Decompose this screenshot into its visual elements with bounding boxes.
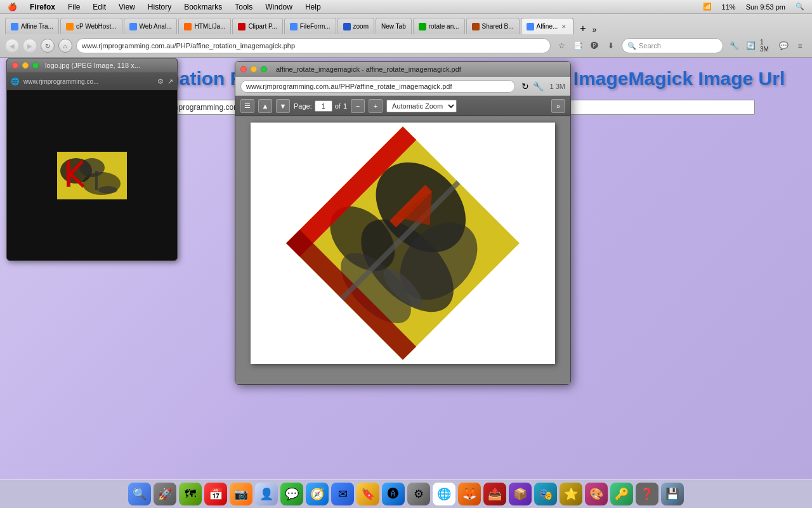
dock-icon-safari[interactable]: 🧭 bbox=[306, 483, 329, 505]
page-label: Page: bbox=[294, 102, 312, 110]
tab-webhost[interactable]: cP WebHost... bbox=[60, 18, 122, 34]
pdf-maximize-btn[interactable] bbox=[261, 66, 267, 72]
tab-favicon bbox=[472, 23, 480, 30]
view-menu[interactable]: View bbox=[116, 1, 138, 13]
pdf-titlebar: affine_rotate_imagemagick - affine_rotat… bbox=[235, 62, 570, 77]
dock-icon-misc4[interactable]: 🎨 bbox=[585, 483, 608, 505]
search-bar[interactable]: 🔍 Search bbox=[622, 38, 723, 53]
search-icon: 🔍 bbox=[627, 42, 636, 50]
dock-icon-misc1[interactable]: 📦 bbox=[509, 483, 532, 505]
dock-icon-settings[interactable]: ⚙ bbox=[407, 483, 430, 505]
tab-clipart[interactable]: Clipart P... bbox=[232, 18, 282, 34]
edit-menu[interactable]: Edit bbox=[90, 1, 108, 13]
pocket-icon[interactable]: 🅟 bbox=[587, 39, 601, 53]
dock-icon-appstore[interactable]: 🅐 bbox=[382, 483, 405, 505]
close-traffic-light[interactable] bbox=[12, 62, 18, 69]
dock-icon-messages[interactable]: 💬 bbox=[280, 483, 303, 505]
dock-icon-launchpad[interactable]: 🚀 bbox=[154, 483, 176, 505]
pdf-zoom-in-btn[interactable]: + bbox=[369, 99, 383, 113]
page-number-input[interactable] bbox=[315, 100, 332, 112]
pdf-zoom-out-btn[interactable]: − bbox=[351, 99, 365, 113]
tab-label: Clipart P... bbox=[248, 23, 277, 30]
tools-menu[interactable]: Tools bbox=[232, 1, 255, 13]
download-icon[interactable]: ⬇ bbox=[604, 39, 618, 53]
tab-label: Shared B... bbox=[482, 23, 514, 30]
pdf-toolbar-toggle[interactable]: 🔧 bbox=[533, 81, 544, 91]
tab-favicon bbox=[238, 23, 246, 30]
tab-close-btn[interactable]: ✕ bbox=[560, 23, 568, 30]
maximize-traffic-light[interactable] bbox=[32, 62, 39, 69]
tab-fileform[interactable]: FileForm... bbox=[284, 18, 336, 34]
dock-icon-mail[interactable]: ✉ bbox=[331, 483, 354, 505]
pdf-zoom-select[interactable]: Automatic Zoom bbox=[386, 100, 457, 112]
home-btn[interactable]: ⌂ bbox=[58, 39, 72, 53]
dock-icon-chrome[interactable]: 🌐 bbox=[433, 483, 455, 505]
pdf-next-btn[interactable]: ▼ bbox=[276, 99, 290, 113]
tab-html[interactable]: HTML/Ja... bbox=[178, 18, 231, 34]
dock-icon-firefox[interactable]: 🦊 bbox=[458, 483, 481, 505]
tab-label: Affine... bbox=[537, 23, 558, 30]
dock-icon-maps[interactable]: 🗺 bbox=[179, 483, 202, 505]
dock-icon-misc3[interactable]: ⭐ bbox=[560, 483, 582, 505]
pdf-more-btn[interactable]: » bbox=[551, 99, 565, 113]
dock-icon-filezilla[interactable]: 📤 bbox=[483, 483, 506, 505]
menu-icon[interactable]: ≡ bbox=[793, 39, 807, 53]
dock-icon-misc2[interactable]: 🎭 bbox=[534, 483, 557, 505]
firefox-menu[interactable]: Firefox bbox=[27, 1, 58, 13]
history-menu[interactable]: History bbox=[145, 1, 174, 13]
toolbar-btn-2[interactable]: ↗ bbox=[167, 77, 173, 86]
new-tab-btn[interactable]: + bbox=[577, 23, 588, 34]
pdf-minimize-btn[interactable] bbox=[251, 66, 257, 72]
tab-list-btn[interactable]: » bbox=[590, 25, 599, 34]
window-menu[interactable]: Window bbox=[263, 1, 295, 13]
badge-count: 1 3M bbox=[760, 39, 774, 53]
extension-icon[interactable]: 🔧 bbox=[727, 39, 741, 53]
pdf-prev-btn[interactable]: ▲ bbox=[258, 99, 272, 113]
tab-shared[interactable]: Shared B... bbox=[466, 18, 520, 34]
chat-icon[interactable]: 💬 bbox=[776, 39, 790, 53]
dock-icon-photos[interactable]: 📷 bbox=[230, 483, 252, 505]
tab-web-anal[interactable]: Web Anal... bbox=[124, 18, 178, 34]
bookmark-list-icon[interactable]: 📑 bbox=[571, 39, 585, 53]
sync-icon[interactable]: 🔄 bbox=[743, 39, 757, 53]
tab-affine-tra[interactable]: Affine Tra... bbox=[5, 18, 59, 34]
dock-icon-calendar[interactable]: 📅 bbox=[204, 483, 227, 505]
tab-affine-active[interactable]: Affine... ✕ bbox=[521, 18, 574, 34]
dock-icon-contacts[interactable]: 👤 bbox=[255, 483, 278, 505]
tab-label: HTML/Ja... bbox=[194, 23, 225, 30]
dock-icon-bookmark[interactable]: 🔖 bbox=[357, 483, 379, 505]
file-menu[interactable]: File bbox=[65, 1, 82, 13]
back-btn[interactable]: ◀ bbox=[5, 39, 19, 53]
pdf-close-btn[interactable] bbox=[240, 66, 247, 72]
tab-label: Web Anal... bbox=[140, 23, 172, 30]
bookmark-star-icon[interactable]: ☆ bbox=[554, 39, 568, 53]
tab-label: FileForm... bbox=[300, 23, 331, 30]
pdf-sidebar-btn[interactable]: ☰ bbox=[240, 99, 254, 113]
reload-btn[interactable]: ↻ bbox=[41, 39, 55, 53]
tab-rotate[interactable]: rotate an... bbox=[413, 18, 465, 34]
pdf-url-text: www.rjmprogramming.com.au/PHP/affine_rot… bbox=[246, 83, 452, 90]
tab-favicon bbox=[343, 23, 351, 30]
image-window: logo.jpg (JPEG Image, 118 x... 🌐 www.rjm… bbox=[6, 58, 178, 261]
dock-icon-finder[interactable]: 🔍 bbox=[128, 483, 151, 505]
toolbar-btn-1[interactable]: ⚙ bbox=[157, 77, 164, 86]
tab-label: New Tab bbox=[381, 23, 406, 30]
apple-menu[interactable]: 🍎 bbox=[5, 1, 20, 13]
tab-zoom[interactable]: zoom bbox=[337, 18, 374, 34]
address-bar[interactable]: www.rjmprogramming.com.au/PHP/affine_rot… bbox=[76, 38, 551, 53]
svg-point-8 bbox=[98, 186, 117, 194]
minimize-traffic-light[interactable] bbox=[22, 62, 29, 69]
dock-icon-misc5[interactable]: 🔑 bbox=[610, 483, 633, 505]
tab-new[interactable]: New Tab bbox=[376, 18, 412, 34]
pdf-reload-btn[interactable]: ↻ bbox=[521, 81, 529, 91]
forward-btn[interactable]: ▶ bbox=[23, 39, 37, 53]
tab-bar: Affine Tra... cP WebHost... Web Anal... … bbox=[0, 14, 812, 34]
dock-icon-misc6[interactable]: ❓ bbox=[636, 483, 658, 505]
bookmarks-menu[interactable]: Bookmarks bbox=[181, 1, 225, 13]
help-menu[interactable]: Help bbox=[303, 1, 324, 13]
dock-icon-misc7[interactable]: 💾 bbox=[661, 483, 684, 505]
pdf-url-display[interactable]: www.rjmprogramming.com.au/PHP/affine_rot… bbox=[240, 80, 515, 93]
search-icon[interactable]: 🔍 bbox=[793, 1, 807, 12]
pdf-page-info: Page: of 1 bbox=[294, 100, 347, 112]
pdf-window: affine_rotate_imagemagick - affine_rotat… bbox=[235, 61, 571, 385]
